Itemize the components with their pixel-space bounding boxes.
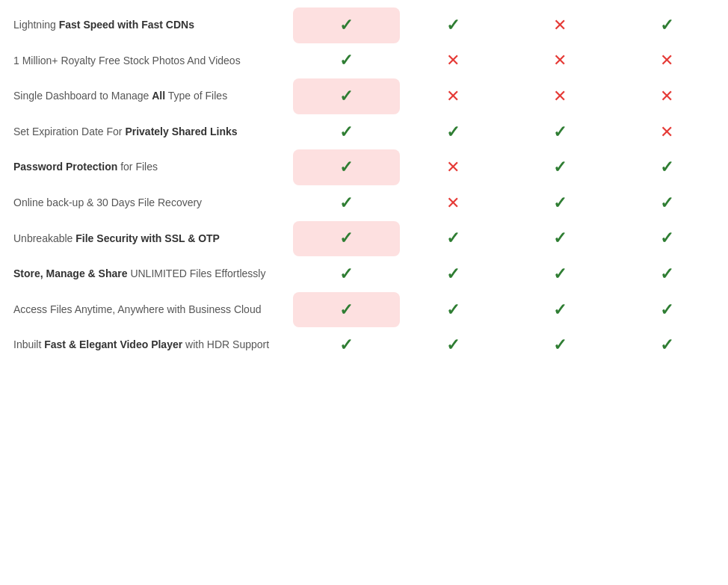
icon-cell-col3: ✓ [507,149,614,185]
check-icon: ✓ [553,229,567,247]
icon-cell-col2: ✕ [400,78,507,114]
icon-cell-col3: ✓ [507,292,614,328]
check-icon: ✓ [660,264,673,283]
icon-cell-col3: ✕ [507,43,614,79]
cross-icon: ✕ [660,123,673,141]
check-icon: ✓ [446,123,460,141]
icon-cell-col1: ✓ [293,327,400,363]
check-icon: ✓ [446,229,460,247]
icon-cell-col2: ✓ [400,221,507,257]
icon-cell-col2: ✓ [400,256,507,292]
icon-cell-col2: ✓ [400,114,507,150]
check-icon: ✓ [553,264,567,283]
table-row: Lightning Fast Speed with Fast CDNs✓✓✕✓ [7,7,721,43]
icon-cell-col2: ✕ [400,185,507,221]
check-icon: ✓ [339,300,353,319]
check-icon: ✓ [339,123,353,141]
icon-cell-col1: ✓ [293,43,400,79]
check-icon: ✓ [339,335,353,354]
icon-cell-col3: ✓ [507,221,614,257]
icon-cell-col1: ✓ [293,114,400,150]
icon-cell-col4: ✓ [614,7,721,43]
icon-cell-col1: ✓ [293,292,400,328]
icon-cell-col3: ✓ [507,185,614,221]
icon-cell-col1: ✓ [293,185,400,221]
check-icon: ✓ [446,16,460,34]
icon-cell-col3: ✓ [507,114,614,150]
check-icon: ✓ [660,229,673,247]
feature-text-bold: Privately Shared Links [125,126,237,137]
icon-cell-col3: ✕ [507,78,614,114]
feature-cell: Store, Manage & Share UNLIMITED Files Ef… [7,256,293,292]
icon-cell-col3: ✓ [507,327,614,363]
table-row: Online back-up & 30 Days File Recovery✓✕… [7,185,721,221]
feature-cell: Lightning Fast Speed with Fast CDNs [7,7,293,43]
icon-cell-col4: ✓ [614,149,721,185]
feature-cell: Single Dashboard to Manage All Type of F… [7,78,293,114]
check-icon: ✓ [660,300,673,319]
icon-cell-col2: ✕ [400,149,507,185]
check-icon: ✓ [339,264,353,283]
icon-cell-col1: ✓ [293,256,400,292]
icon-cell-col1: ✓ [293,221,400,257]
icon-cell-col4: ✓ [614,292,721,328]
icon-cell-col4: ✓ [614,185,721,221]
icon-cell-col4: ✓ [614,256,721,292]
feature-text-bold: Fast Speed with Fast CDNs [59,19,194,31]
table-row: Set Expiration Date For Privately Shared… [7,114,721,150]
check-icon: ✓ [660,158,673,176]
check-icon: ✓ [339,158,353,176]
table-row: Inbuilt Fast & Elegant Video Player with… [7,327,721,363]
cross-icon: ✕ [660,87,673,105]
check-icon: ✓ [339,87,353,105]
check-icon: ✓ [553,300,567,319]
check-icon: ✓ [553,194,567,212]
feature-cell: Online back-up & 30 Days File Recovery [7,185,293,221]
check-icon: ✓ [446,300,460,319]
icon-cell-col1: ✓ [293,7,400,43]
table-row: Access Files Anytime, Anywhere with Busi… [7,292,721,328]
cross-icon: ✕ [553,16,567,34]
feature-cell: Inbuilt Fast & Elegant Video Player with… [7,327,293,363]
table-row: Password Protection for Files✓✕✓✓ [7,149,721,185]
check-icon: ✓ [339,229,353,247]
icon-cell-col2: ✓ [400,7,507,43]
table-row: 1 Million+ Royalty Free Stock Photos And… [7,43,721,79]
feature-cell: 1 Million+ Royalty Free Stock Photos And… [7,43,293,79]
icon-cell-col1: ✓ [293,78,400,114]
icon-cell-col3: ✓ [507,256,614,292]
feature-text-bold: Fast & Elegant Video Player [44,338,182,350]
check-icon: ✓ [660,194,673,212]
check-icon: ✓ [553,158,567,176]
feature-text-bold: Store, Manage & Share [13,267,130,279]
icon-cell-col4: ✓ [614,327,721,363]
check-icon: ✓ [339,51,353,69]
feature-cell: Access Files Anytime, Anywhere with Busi… [7,292,293,328]
check-icon: ✓ [339,194,353,212]
table-row: Single Dashboard to Manage All Type of F… [7,78,721,114]
cross-icon: ✕ [446,158,460,176]
table-row: Store, Manage & Share UNLIMITED Files Ef… [7,256,721,292]
feature-text-bold: File Security with SSL & OTP [75,232,220,244]
check-icon: ✓ [339,16,353,34]
feature-cell: Unbreakable File Security with SSL & OTP [7,221,293,257]
icon-cell-col4: ✓ [614,221,721,257]
cross-icon: ✕ [446,194,460,212]
cross-icon: ✕ [446,51,460,69]
icon-cell-col4: ✕ [614,43,721,79]
icon-cell-col4: ✕ [614,114,721,150]
table-row: Unbreakable File Security with SSL & OTP… [7,221,721,257]
cross-icon: ✕ [446,87,460,105]
icon-cell-col2: ✕ [400,43,507,79]
check-icon: ✓ [553,335,567,354]
feature-cell: Password Protection for Files [7,149,293,185]
comparison-table: Lightning Fast Speed with Fast CDNs✓✓✕✓1… [7,7,721,363]
feature-text-bold: Password Protection [13,161,117,173]
check-icon: ✓ [446,264,460,283]
check-icon: ✓ [553,123,567,141]
feature-text-bold: All [152,90,165,102]
check-icon: ✓ [446,335,460,354]
cross-icon: ✕ [553,87,567,105]
feature-cell: Set Expiration Date For Privately Shared… [7,114,293,150]
icon-cell-col3: ✕ [507,7,614,43]
